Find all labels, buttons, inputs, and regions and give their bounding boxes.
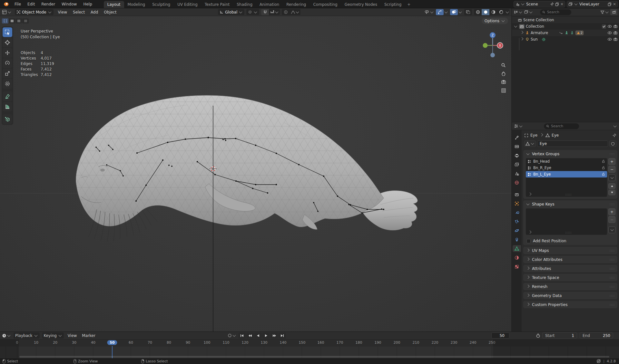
timeline-marker-menu[interactable]: Marker <box>81 333 96 338</box>
lock-open-icon[interactable] <box>602 166 605 170</box>
outliner-row-collection[interactable]: Collection <box>512 23 619 30</box>
vertex-group-row[interactable]: Bn_R_Eye <box>526 165 607 171</box>
tab-modeling[interactable]: Modeling <box>124 1 149 8</box>
new-collection-button[interactable] <box>610 9 617 15</box>
menu-select[interactable]: Select <box>72 10 86 14</box>
properties-search-input[interactable] <box>551 124 577 128</box>
lock-open-icon[interactable] <box>602 172 605 176</box>
add-rest-position-row[interactable]: Add Rest Position <box>523 237 617 245</box>
camera-view-icon[interactable] <box>501 80 506 85</box>
orthographic-toggle-icon[interactable] <box>501 88 506 93</box>
tab-scripting[interactable]: Scripting <box>381 1 405 8</box>
select-intersect-button[interactable] <box>22 18 29 24</box>
tab-texture-paint[interactable]: Texture Paint <box>201 1 233 8</box>
panel-custom-properties[interactable]: Custom Properties:::: <box>523 301 617 308</box>
mesh-datablock-selector[interactable] <box>524 140 536 147</box>
vertex-group-row-selected[interactable]: Bn_L_Eye <box>526 171 607 177</box>
shading-rendered-button[interactable] <box>497 9 505 15</box>
panel-grip[interactable]: :::: <box>610 277 615 278</box>
tab-collection[interactable] <box>513 191 521 198</box>
tab-object[interactable] <box>513 200 521 207</box>
breadcrumb-data[interactable]: Eye <box>552 133 559 138</box>
properties-search[interactable] <box>544 123 579 129</box>
tab-render[interactable] <box>513 143 521 150</box>
frame-end-field[interactable]: End 250 <box>580 332 613 339</box>
panel-grip[interactable]: :::: <box>610 304 615 305</box>
tab-layout[interactable]: Layout <box>104 1 124 8</box>
menu-view[interactable]: View <box>57 10 68 14</box>
shading-dropdown[interactable] <box>505 9 509 15</box>
list-resize-grip[interactable]: ::::: <box>565 232 572 233</box>
select-subtract-button[interactable] <box>15 18 22 24</box>
outliner-search-input[interactable] <box>547 10 569 14</box>
tab-output[interactable] <box>513 152 521 159</box>
mesh-name-field[interactable]: Eye <box>537 140 608 147</box>
menu-file[interactable]: File <box>11 0 24 8</box>
select-box-tool[interactable] <box>3 27 12 37</box>
panel-grip[interactable]: :::: <box>610 250 615 251</box>
shape-keys-header[interactable]: Shape Keys :::: <box>523 200 617 208</box>
menu-render[interactable]: Render <box>38 0 58 8</box>
next-keyframe-button[interactable] <box>270 333 278 339</box>
move-group-up-button[interactable] <box>608 183 615 189</box>
tab-rendering[interactable]: Rendering <box>283 1 310 8</box>
pin-icon[interactable] <box>550 2 554 6</box>
tab-shading[interactable]: Shading <box>233 1 256 8</box>
tab-particles[interactable] <box>513 218 521 225</box>
lock-open-icon[interactable] <box>602 159 605 163</box>
pivot-point-selector[interactable] <box>246 9 259 15</box>
tab-world[interactable] <box>513 179 521 186</box>
outliner-row-scene-collection[interactable]: Scene Collection <box>512 17 619 23</box>
render-visibility-icon[interactable] <box>613 37 618 42</box>
pan-hand-icon[interactable] <box>501 71 506 76</box>
add-vertex-group-button[interactable]: + <box>608 158 615 165</box>
menu-window[interactable]: Window <box>58 0 80 8</box>
frame-start-field[interactable]: Start 1 <box>542 332 577 339</box>
expand-chevron-icon[interactable] <box>520 37 524 41</box>
move-tool[interactable] <box>3 48 12 58</box>
panel-geometry-data[interactable]: Geometry Data:::: <box>523 292 617 299</box>
tab-tool[interactable] <box>513 134 521 141</box>
timeline-scrollbar[interactable] <box>19 356 609 358</box>
prev-keyframe-button[interactable] <box>246 333 254 339</box>
vertex-group-specials-button[interactable] <box>608 174 615 181</box>
render-visibility-icon[interactable] <box>613 24 618 29</box>
panel-attributes[interactable]: Attributes:::: <box>523 265 617 272</box>
panel-grip[interactable]: :::: <box>610 295 615 296</box>
vertex-group-row[interactable]: Bn_Head <box>526 158 607 165</box>
tab-texture[interactable] <box>513 263 521 270</box>
panel-texture-space[interactable]: Texture Space:::: <box>523 274 617 281</box>
outliner-row-armature[interactable]: Armature 2 <box>512 30 619 36</box>
mode-selector[interactable]: Object Mode <box>15 9 54 15</box>
outliner-filter-collection[interactable] <box>524 10 533 14</box>
add-shape-key-button[interactable]: + <box>608 208 615 215</box>
menu-object[interactable]: Object <box>103 10 118 14</box>
outliner-row-sun[interactable]: Sun <box>512 36 619 43</box>
panel-uv-maps[interactable]: UV Maps:::: <box>523 247 617 254</box>
tab-constraints[interactable] <box>513 236 521 243</box>
remove-view-layer-icon[interactable]: ✕ <box>613 2 616 6</box>
jump-to-end-button[interactable] <box>279 333 286 339</box>
list-expand-icon[interactable] <box>528 231 532 234</box>
render-visibility-icon[interactable] <box>613 31 618 35</box>
xray-toggle[interactable] <box>464 9 472 15</box>
add-rest-position-checkbox[interactable] <box>526 239 531 243</box>
list-expand-icon[interactable] <box>528 193 532 196</box>
collection-checkbox[interactable] <box>602 24 606 29</box>
gizmo-z-negative[interactable] <box>490 53 495 57</box>
outliner-search[interactable] <box>540 9 571 15</box>
blender-logo-icon[interactable] <box>0 2 11 6</box>
navigation-gizmo[interactable]: Z X <box>481 31 504 60</box>
panel-grip[interactable]: :::: <box>610 204 615 205</box>
stopwatch-icon[interactable] <box>536 333 540 338</box>
unlink-scene-icon[interactable]: ✕ <box>560 2 564 6</box>
snap-toggle[interactable] <box>261 9 269 15</box>
editor-type-selector[interactable] <box>2 10 12 14</box>
scene-selector[interactable]: Scene ✕ <box>514 1 565 7</box>
rotate-tool[interactable] <box>3 58 12 68</box>
tab-compositing[interactable]: Compositing <box>310 1 341 8</box>
menu-help[interactable]: Help <box>80 0 95 8</box>
panel-grip[interactable]: :::: <box>610 268 615 269</box>
outliner-display-mode[interactable] <box>514 10 523 14</box>
expand-chevron-icon[interactable] <box>520 31 524 34</box>
